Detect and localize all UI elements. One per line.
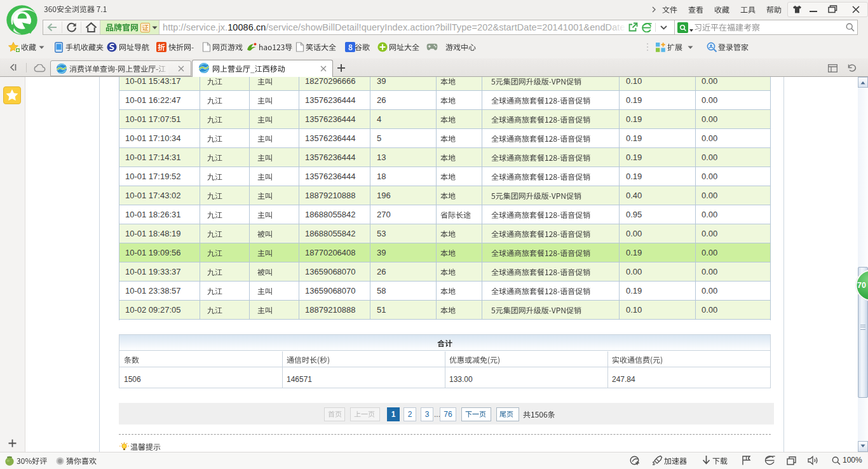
svg-text:70: 70 [857,281,866,290]
